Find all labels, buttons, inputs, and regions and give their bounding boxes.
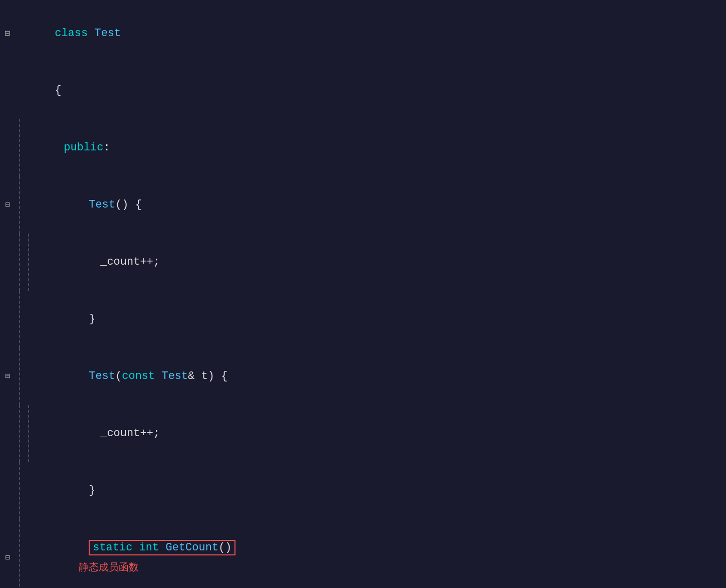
vdash-3 — [19, 234, 20, 291]
code-content-6: } — [24, 291, 726, 348]
code-line-3: public: — [0, 119, 726, 176]
code-line-8: _count++; — [0, 405, 726, 462]
code-line-2: { — [0, 62, 726, 119]
brace-open: { — [55, 84, 61, 97]
vdash-9 — [19, 462, 20, 519]
code-content-9: } — [24, 462, 726, 519]
code-content-2: { — [15, 62, 726, 119]
vdash-5 — [19, 291, 20, 348]
code-content-10: static int GetCount() 静态成员函数 — [24, 519, 726, 588]
code-content-3: public: — [24, 119, 726, 176]
code-line-4: ⊟ Test() { — [0, 176, 726, 234]
code-line-6: } — [0, 291, 726, 348]
code-line-1: ⊟ class Test — [0, 5, 726, 62]
code-content-5: _count++; — [33, 234, 726, 291]
keyword-public: public — [64, 141, 103, 154]
vdash-4 — [28, 234, 29, 291]
code-line-9: } — [0, 462, 726, 519]
code-content-4: Test() { — [24, 176, 726, 234]
vdash-1 — [19, 119, 20, 176]
code-line-10: ⊟ static int GetCount() 静态成员函数 — [0, 519, 726, 588]
code-content-8: _count++; — [33, 405, 726, 462]
annotation-static-func: 静态成员函数 — [79, 561, 139, 572]
code-content-7: Test(const Test& t) { — [24, 348, 726, 405]
constructor-name: Test — [89, 199, 115, 211]
code-container: ⊟ class Test { public: ⊟ Test() { _count… — [0, 0, 726, 588]
vdash-7 — [19, 405, 20, 462]
code-line-5: _count++; — [0, 234, 726, 291]
vdash-6 — [19, 348, 20, 405]
count-increment: _count++; — [100, 256, 160, 268]
class-name: Test — [94, 27, 121, 40]
fold-marker-1: ⊟ — [0, 24, 15, 43]
static-getcount-box: static int GetCount() — [89, 540, 235, 555]
code-content-1: class Test — [15, 5, 726, 62]
vdash-8 — [28, 405, 29, 462]
keyword-class: class — [55, 27, 94, 40]
vdash-10 — [19, 519, 20, 588]
code-line-7: ⊟ Test(const Test& t) { — [0, 348, 726, 405]
vdash-2 — [19, 176, 20, 234]
